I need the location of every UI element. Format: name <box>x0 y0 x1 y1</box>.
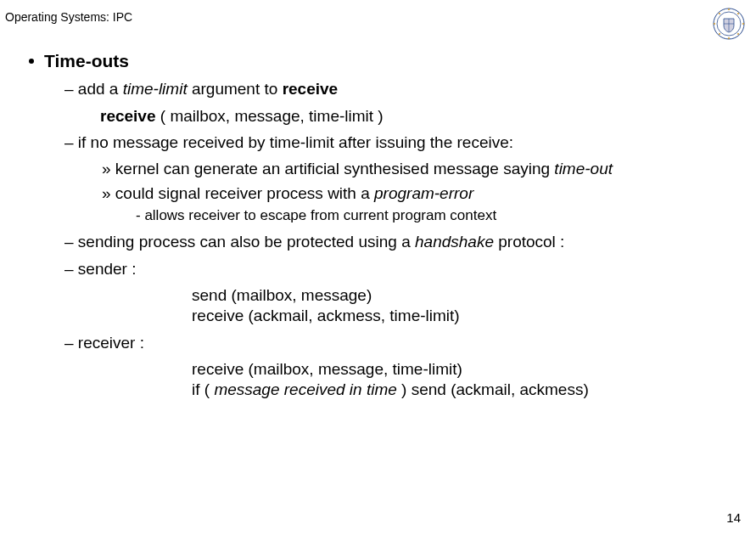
svg-point-10 <box>714 23 715 25</box>
svg-point-5 <box>737 13 739 14</box>
label-sender: – sender : <box>64 258 739 280</box>
code-sender: send (mailbox, message) receive (ackmail… <box>192 285 739 327</box>
slide-body: Time-outs – add a time-limit argument to… <box>17 51 739 406</box>
code-line: send (mailbox, message) <box>192 285 739 307</box>
line-signal-receiver: » could signal receiver process with a p… <box>102 183 739 205</box>
code-receive-signature: receive ( mailbox, message, time-limit ) <box>100 105 739 127</box>
svg-point-4 <box>728 8 730 10</box>
svg-point-6 <box>742 23 744 25</box>
svg-point-11 <box>719 13 720 14</box>
svg-point-9 <box>719 33 720 35</box>
line-kernel-generate: » kernel can generate an artificial synt… <box>102 159 739 180</box>
bullet-level-1: Time-outs <box>17 51 739 71</box>
heading-timeouts: Time-outs <box>44 51 129 71</box>
university-crest-icon <box>712 7 746 41</box>
svg-point-8 <box>728 37 730 39</box>
svg-point-7 <box>737 33 739 35</box>
code-line: receive (ackmail, ackmess, time-limit) <box>192 306 739 327</box>
page-number: 14 <box>726 510 741 525</box>
line-allows-escape: - allows receiver to escape from current… <box>136 207 739 224</box>
code-line: receive (mailbox, message, time-limit) <box>192 359 739 380</box>
code-line: if ( message received in time ) send (ac… <box>192 380 739 401</box>
line-if-no-message: – if no message received by time-limit a… <box>64 132 739 154</box>
bullet-dot-icon <box>29 59 34 64</box>
code-receiver: receive (mailbox, message, time-limit) i… <box>192 359 739 401</box>
line-add-timelimit: – add a time-limit argument to receive <box>64 78 739 100</box>
label-receiver: – receiver : <box>64 332 739 354</box>
line-sending-protected: – sending process can also be protected … <box>64 231 739 253</box>
slide-header: Operating Systems: IPC <box>5 10 132 24</box>
